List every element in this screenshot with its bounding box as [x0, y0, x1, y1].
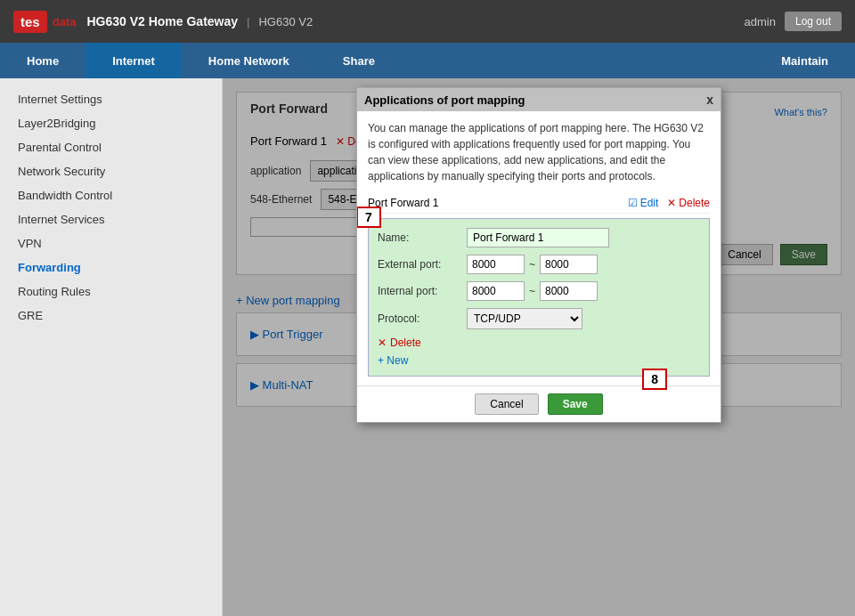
logo: tes data — [13, 11, 76, 33]
admin-label: admin — [745, 15, 776, 28]
header-title: HG630 V2 Home Gateway — [86, 14, 238, 28]
tilde-1: ~ — [529, 258, 535, 271]
sidebar-item-internet-settings[interactable]: Internet Settings — [0, 87, 222, 111]
modal-footer: 8 Cancel Save — [357, 385, 721, 422]
name-row: Name: — [378, 228, 700, 247]
sidebar-item-layer2bridging[interactable]: Layer2Bridging — [0, 111, 222, 135]
internal-port-to[interactable] — [540, 281, 598, 301]
x-icon: ✕ — [667, 197, 676, 209]
modal-body: You can manage the applications of port … — [357, 111, 721, 385]
main-nav: Home Internet Home Network Share Maintai… — [0, 43, 855, 78]
internal-port-label: Internal port: — [378, 285, 467, 297]
logo-icon: tes — [13, 11, 47, 33]
nav-maintain[interactable]: Maintain — [754, 43, 855, 78]
edit-link[interactable]: ☑ Edit — [628, 197, 659, 209]
external-port-range: ~ — [467, 255, 598, 274]
logo-data-text: data — [53, 15, 77, 28]
edit-form: 7 Name: External port: ~ — [368, 218, 710, 377]
pf-row-name: Port Forward 1 — [368, 197, 619, 209]
external-port-label: External port: — [378, 258, 467, 271]
external-port-row: External port: ~ — [378, 255, 700, 274]
sidebar-item-bandwidth-control[interactable]: Bandwidth Control — [0, 183, 222, 207]
name-input[interactable] — [467, 228, 609, 247]
modal-overlay: Applications of port mapping x You can m… — [223, 78, 855, 616]
external-port-from[interactable] — [467, 255, 525, 274]
name-label: Name: — [378, 231, 467, 244]
protocol-row: Protocol: TCP/UDP TCP UDP — [378, 308, 700, 329]
nav-share[interactable]: Share — [316, 43, 402, 78]
protocol-label: Protocol: — [378, 312, 467, 325]
header-right: admin Log out — [745, 12, 842, 31]
sidebar: Internet Settings Layer2Bridging Parenta… — [0, 78, 223, 616]
delete-x-icon: ✕ — [378, 336, 387, 349]
main-content: Port Forward What's this? Port Forward 1… — [223, 78, 855, 616]
modal-cancel-button[interactable]: Cancel — [475, 393, 538, 415]
sidebar-item-routing-rules[interactable]: Routing Rules — [0, 280, 222, 304]
modal-title: Applications of port mapping — [364, 93, 525, 107]
internal-port-range: ~ — [467, 281, 598, 301]
sidebar-item-parental-control[interactable]: Parental Control — [0, 135, 222, 159]
header-model: HG630 V2 — [258, 15, 313, 28]
sidebar-item-network-security[interactable]: Network Security — [0, 159, 222, 183]
new-link[interactable]: + New — [378, 354, 700, 367]
port-forward-list-row: Port Forward 1 ☑ Edit ✕ Delete — [368, 193, 710, 214]
sidebar-item-forwarding[interactable]: Forwarding — [0, 255, 222, 280]
internal-port-from[interactable] — [467, 281, 525, 301]
header: tes data HG630 V2 Home Gateway | HG630 V… — [0, 0, 855, 43]
nav-home-network[interactable]: Home Network — [182, 43, 316, 78]
external-port-to[interactable] — [540, 255, 598, 274]
sidebar-item-internet-services[interactable]: Internet Services — [0, 207, 222, 231]
checkbox-icon: ☑ — [628, 197, 638, 209]
header-divider: | — [247, 15, 249, 28]
modal-save-button[interactable]: Save — [548, 393, 603, 415]
nav-internet[interactable]: Internet — [86, 43, 182, 78]
sidebar-item-vpn[interactable]: VPN — [0, 231, 222, 255]
nav-home[interactable]: Home — [0, 43, 86, 78]
modal-description: You can manage the applications of port … — [368, 120, 710, 184]
logout-button[interactable]: Log out — [785, 12, 842, 31]
applications-modal: Applications of port mapping x You can m… — [356, 87, 721, 423]
step-8-badge: 8 — [642, 369, 667, 390]
modal-header: Applications of port mapping x — [357, 88, 721, 111]
step-7-badge: 7 — [357, 207, 381, 228]
tilde-2: ~ — [529, 285, 535, 297]
internal-port-row: Internal port: ~ — [378, 281, 700, 301]
sidebar-item-gre[interactable]: GRE — [0, 304, 222, 328]
modal-list-delete-link[interactable]: ✕ Delete — [667, 197, 710, 209]
form-delete-row[interactable]: ✕ Delete — [378, 336, 700, 349]
page-layout: Internet Settings Layer2Bridging Parenta… — [0, 78, 855, 616]
protocol-select[interactable]: TCP/UDP TCP UDP — [467, 308, 582, 329]
modal-close-button[interactable]: x — [706, 93, 713, 107]
